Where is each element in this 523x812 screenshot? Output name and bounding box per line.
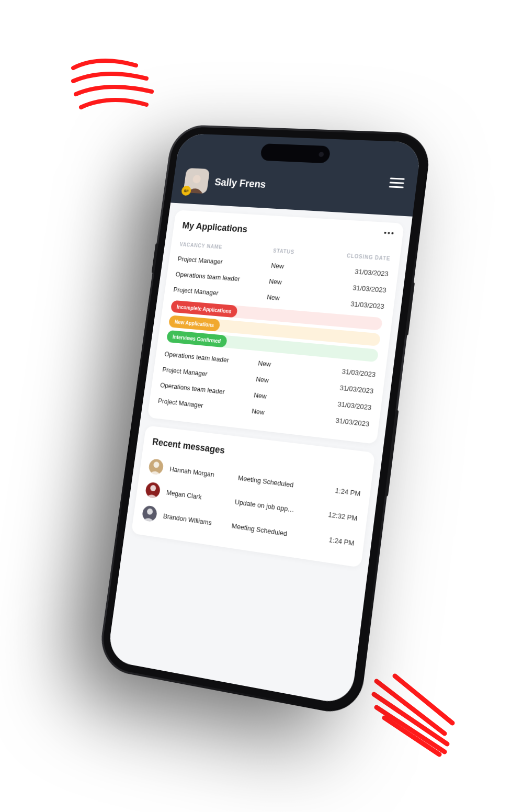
- applications-card: My Applications VACANCY NAME STATUS CLOS…: [147, 210, 404, 444]
- decorative-accent-bottom: [366, 666, 460, 760]
- hamburger-menu-icon[interactable]: [389, 177, 405, 188]
- side-button: [385, 410, 399, 497]
- message-sender: Hannah Morgan: [169, 465, 234, 481]
- decorative-accent-top: [68, 52, 162, 115]
- closing-date: 31/03/2023: [325, 265, 389, 278]
- status-value: New: [251, 407, 307, 421]
- side-button: [405, 282, 415, 335]
- message-subject: Update on job opp…: [234, 498, 307, 515]
- closing-date: 31/03/2023: [306, 413, 370, 428]
- message-avatar: [142, 505, 158, 522]
- vacancy-name: Project Manager: [173, 286, 268, 301]
- svg-point-2: [150, 484, 156, 491]
- svg-point-0: [192, 175, 201, 184]
- message-time: 1:24 PM: [308, 533, 355, 547]
- status-value: New: [255, 375, 311, 389]
- status-pill[interactable]: New Applications: [168, 315, 221, 332]
- closing-date: 31/03/2023: [323, 281, 387, 294]
- dynamic-island: [260, 143, 331, 163]
- status-value: New: [268, 277, 324, 289]
- screen: SF Sally Frens My Applications VACANCY N…: [107, 133, 422, 706]
- user-avatar[interactable]: SF: [183, 168, 210, 194]
- closing-date: 31/03/2023: [321, 298, 385, 311]
- avatar-initials-badge: SF: [181, 186, 191, 196]
- message-sender: Megan Clark: [166, 488, 231, 504]
- user-name: Sally Frens: [214, 176, 266, 190]
- closing-date: 31/03/2023: [312, 365, 376, 379]
- status-value: New: [270, 262, 326, 273]
- status-value: New: [253, 391, 309, 404]
- col-closing: CLOSING DATE: [327, 252, 391, 262]
- message-sender: Brandon Williams: [163, 512, 228, 528]
- status-value: New: [266, 293, 322, 305]
- message-avatar: [148, 458, 164, 476]
- message-time: 1:24 PM: [314, 483, 361, 498]
- closing-date: 31/03/2023: [308, 397, 372, 412]
- closing-date: 31/03/2023: [310, 381, 374, 395]
- col-status: STATUS: [272, 248, 328, 257]
- status-pill[interactable]: Incomplete Applications: [170, 300, 238, 318]
- status-pill[interactable]: Interviews Confirmed: [166, 330, 228, 348]
- message-avatar: [145, 481, 161, 499]
- status-value: New: [257, 359, 313, 373]
- svg-point-1: [153, 461, 160, 468]
- messages-card: Recent messages Hannah MorganMeeting Sch…: [131, 425, 376, 568]
- svg-point-3: [146, 508, 153, 515]
- message-time: 12:32 PM: [311, 508, 358, 522]
- message-subject: Meeting Scheduled: [237, 473, 310, 491]
- phone-frame: SF Sally Frens My Applications VACANCY N…: [99, 126, 430, 715]
- side-button: [152, 243, 158, 273]
- message-subject: Meeting Scheduled: [231, 522, 304, 540]
